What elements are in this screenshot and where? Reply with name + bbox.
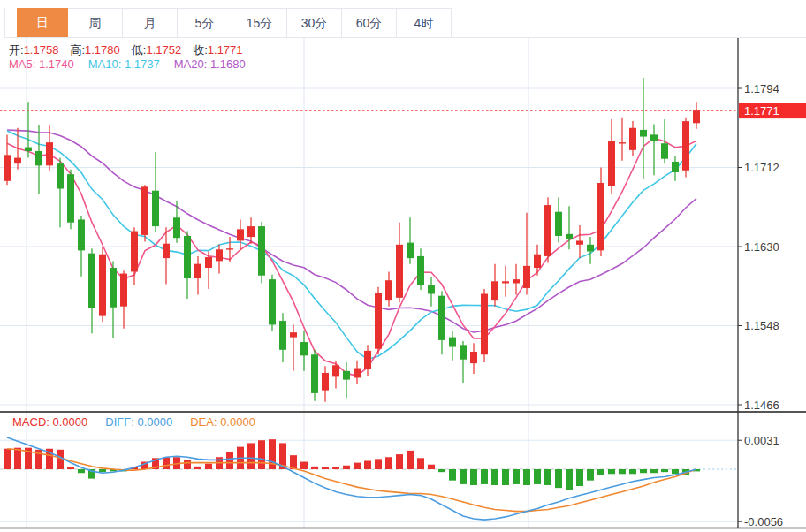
ma5-line [7, 138, 696, 376]
tab-60min[interactable]: 60分 [342, 8, 397, 37]
tab-30min[interactable]: 30分 [287, 8, 342, 37]
svg-text:1.1771: 1.1771 [744, 104, 779, 118]
macd-histogram [4, 439, 700, 490]
svg-text:1.1466: 1.1466 [744, 399, 779, 412]
candles [4, 78, 700, 402]
tab-month[interactable]: 月 [123, 8, 178, 37]
tab-4hour[interactable]: 4时 [397, 8, 452, 37]
svg-text:-0.0056: -0.0056 [744, 515, 783, 528]
ma-lines [7, 130, 696, 376]
svg-text:1.1712: 1.1712 [744, 161, 779, 174]
tab-15min[interactable]: 15分 [232, 8, 287, 37]
svg-text:0.0031: 0.0031 [744, 434, 779, 447]
timeframe-tabbar: 日 周 月 5分 15分 30分 60分 4时 [4, 8, 806, 38]
svg-text:1.1794: 1.1794 [744, 82, 779, 95]
macd-axis: 0.0031-0.0056 [738, 434, 783, 528]
svg-text:1.1548: 1.1548 [744, 319, 779, 332]
tab-5min[interactable]: 5分 [178, 8, 232, 37]
svg-text:1.1630: 1.1630 [744, 240, 779, 254]
price-axis: 1.17941.17121.16301.15481.14661.1771 [738, 82, 806, 412]
tab-week[interactable]: 周 [68, 8, 123, 37]
tab-day[interactable]: 日 [17, 8, 68, 37]
candlestick-chart[interactable]: 1.17941.17121.16301.15481.14661.17710.00… [0, 0, 806, 532]
